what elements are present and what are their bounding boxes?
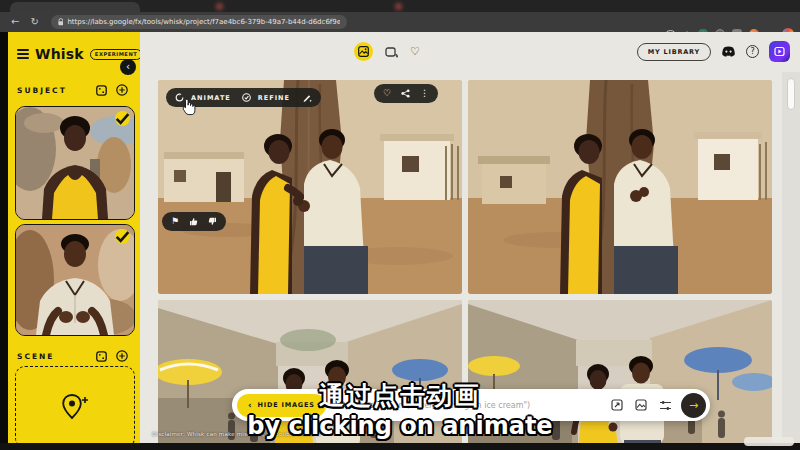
- refine-button[interactable]: REFINE: [258, 94, 290, 102]
- scrollbar-thumb[interactable]: [787, 78, 795, 110]
- image-icon: [358, 46, 369, 57]
- lock-icon: [58, 18, 64, 26]
- subject-label: SUBJECT: [17, 86, 87, 95]
- mode-tabs: ♡: [354, 42, 420, 61]
- browser-tab-strip: [0, 0, 800, 12]
- app-title: Whisk: [35, 46, 84, 62]
- experiment-badge: EXPERIMENT: [90, 49, 142, 60]
- whisk-app-window: ← ↻ https://labs.google/fx/tools/whisk/p…: [0, 0, 800, 450]
- thumbs-up-icon[interactable]: [189, 217, 198, 226]
- browser-tab[interactable]: [10, 2, 140, 12]
- scene-label: SCENE: [17, 352, 87, 361]
- video-player-strip: [0, 443, 800, 450]
- selected-check-icon[interactable]: [115, 111, 130, 126]
- thumbs-down-icon[interactable]: [208, 217, 217, 226]
- tab-favicon: [395, 3, 402, 10]
- back-icon[interactable]: ←: [11, 12, 19, 32]
- user-avatar[interactable]: [769, 41, 790, 62]
- tab-images[interactable]: [354, 42, 373, 61]
- add-subject-icon[interactable]: [116, 84, 128, 96]
- subject-card-man[interactable]: [15, 224, 135, 336]
- hand-cursor: [180, 98, 197, 117]
- my-library-button[interactable]: MY LIBRARY: [637, 43, 711, 61]
- tab-favicon: [216, 3, 223, 10]
- subtitle-english: by clicking on animate: [0, 412, 800, 440]
- flag-icon[interactable]: ⚑: [171, 217, 179, 226]
- favorites-heart-icon[interactable]: ♡: [410, 45, 420, 58]
- sidebar-collapse-button[interactable]: ‹: [120, 59, 136, 75]
- edit-sparkle-icon[interactable]: [302, 93, 312, 102]
- refine-icon: [242, 93, 251, 102]
- video-icon[interactable]: [385, 46, 398, 58]
- header-right: MY LIBRARY ?: [637, 41, 790, 62]
- selected-check-icon[interactable]: [115, 229, 130, 244]
- generated-image-2[interactable]: [468, 80, 772, 294]
- favorite-heart-icon[interactable]: ♡: [383, 89, 391, 98]
- subtitle-chinese: 通过点击动画: [0, 379, 800, 412]
- image-feedback-bar: ⚑: [162, 212, 226, 231]
- hamburger-menu-icon[interactable]: [17, 49, 29, 59]
- scene-section-header: SCENE: [17, 350, 128, 362]
- dice-icon[interactable]: [96, 351, 107, 362]
- dice-icon[interactable]: [96, 85, 107, 96]
- generated-image-1[interactable]: [158, 80, 462, 294]
- add-scene-icon[interactable]: [116, 350, 128, 362]
- browser-toolbar: ← ↻ https://labs.google/fx/tools/whisk/p…: [0, 12, 800, 32]
- more-menu-icon[interactable]: ⋮: [420, 89, 429, 98]
- share-icon[interactable]: [401, 89, 410, 98]
- subject-card-woman[interactable]: [15, 106, 135, 220]
- reload-icon[interactable]: ↻: [30, 12, 38, 32]
- help-icon[interactable]: ?: [746, 45, 759, 58]
- url-text: https://labs.google/fx/tools/whisk/proje…: [67, 18, 339, 26]
- subject-section-header: SUBJECT: [17, 84, 128, 96]
- address-bar[interactable]: https://labs.google/fx/tools/whisk/proje…: [51, 15, 347, 29]
- discord-icon[interactable]: [721, 46, 736, 57]
- image-meta-bar: ♡ ⋮: [374, 84, 438, 103]
